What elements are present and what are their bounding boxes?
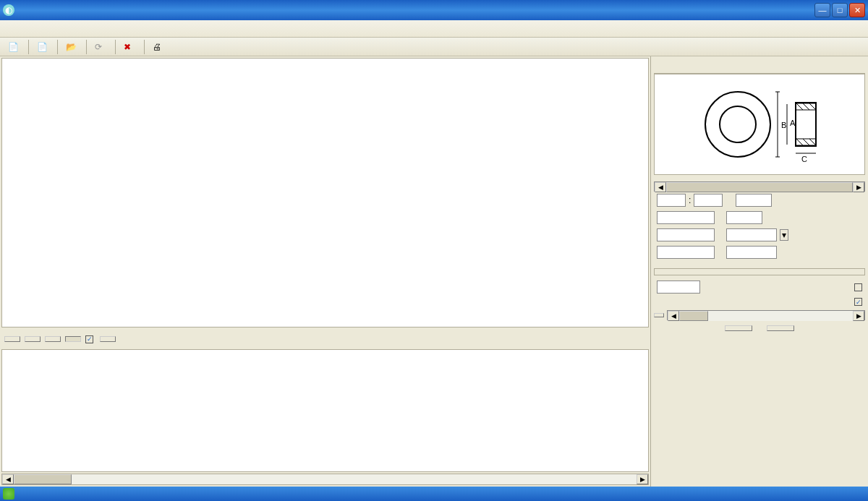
test-button[interactable] [725, 325, 752, 331]
scroll-right-icon[interactable]: ▶ [853, 311, 864, 321]
scroll-right-icon[interactable]: ▶ [637, 474, 648, 484]
group-count-checkbox[interactable] [85, 335, 95, 343]
svg-point-1 [720, 106, 756, 142]
acoe-input[interactable] [736, 194, 772, 207]
table-hscroll[interactable]: ◀ ▶ [1, 474, 649, 485]
operator-input[interactable] [657, 246, 715, 259]
chart-svg [2, 59, 219, 167]
temp-input[interactable] [726, 211, 762, 224]
new-data-icon: 📄 [37, 42, 47, 52]
scroll-right-icon[interactable]: ▶ [853, 182, 864, 192]
compare-button[interactable] [100, 336, 116, 342]
hysteresis-button[interactable] [25, 336, 41, 342]
svg-text:A: A [790, 119, 796, 127]
print-icon: 🖨 [153, 42, 163, 52]
svg-text:B: B [781, 121, 786, 129]
maximize-button[interactable]: □ [832, 3, 848, 17]
delete-button[interactable]: ✖ [119, 40, 141, 54]
new-index-icon: 📄 [8, 42, 18, 52]
remark-input[interactable] [726, 246, 777, 259]
dims-scroll[interactable]: ◀ ▶ [654, 181, 865, 192]
new-index-button[interactable]: 📄 [3, 40, 25, 54]
statusbar [0, 487, 868, 501]
date-input[interactable] [726, 228, 777, 241]
refresh-button: ⟳ [90, 40, 112, 54]
start-icon[interactable] [3, 488, 14, 500]
minimize-button[interactable]: — [814, 3, 830, 17]
scroll-left-icon[interactable]: ◀ [668, 311, 679, 321]
date-dropdown-icon[interactable]: ▾ [780, 229, 788, 241]
cancel-button[interactable] [767, 325, 794, 331]
n1-input[interactable] [657, 194, 686, 207]
mode-box [654, 268, 865, 275]
sysdebug-checkbox[interactable] [854, 283, 862, 291]
freq-input[interactable] [657, 281, 700, 294]
scroll-left-icon[interactable]: ◀ [2, 474, 14, 484]
print-preview-button[interactable]: 🖨 [148, 40, 170, 54]
sampleno-input[interactable] [657, 211, 715, 224]
checkbox-icon [85, 335, 93, 343]
titlebar: ◐ — □ ✕ [0, 0, 868, 20]
curve-buttons [0, 329, 650, 349]
svg-rect-8 [796, 103, 816, 146]
shape-diagram: B A C [654, 74, 865, 175]
chart-area [1, 58, 649, 327]
window-controls: — □ ✕ [814, 3, 865, 17]
waveform-button[interactable] [4, 336, 20, 342]
app-icon: ◐ [3, 4, 14, 16]
svg-point-0 [705, 92, 770, 157]
pts-scroll[interactable]: ◀ ▶ [667, 310, 865, 320]
open-icon: 📂 [66, 42, 76, 52]
toolbar: 📄 📄 📂 ⟳ ✖ 🖨 [0, 38, 868, 56]
refresh-icon: ⟳ [95, 42, 105, 52]
shape-tabs [654, 58, 865, 74]
data-table[interactable] [1, 349, 649, 472]
material-input[interactable] [657, 228, 715, 241]
n2-input[interactable] [694, 194, 723, 207]
loss-button[interactable] [65, 336, 81, 342]
magnetization-button[interactable] [45, 336, 61, 342]
menubar [0, 20, 868, 38]
close-button[interactable]: ✕ [849, 3, 865, 17]
new-data-button[interactable]: 📄 [32, 40, 54, 54]
open-file-button[interactable]: 📂 [61, 40, 83, 54]
scroll-left-icon[interactable]: ◀ [655, 182, 666, 192]
svg-text:C: C [801, 155, 807, 163]
autorange-checkbox[interactable] [854, 298, 862, 306]
autoset-button[interactable] [654, 313, 664, 317]
delete-icon: ✖ [124, 42, 134, 52]
